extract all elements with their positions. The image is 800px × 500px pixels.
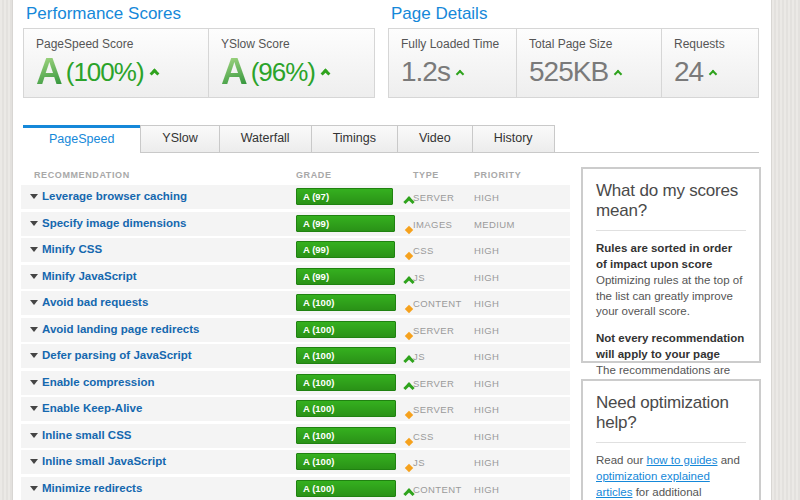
table-row: Enable Keep-AliveA (100)SERVERHIGH: [21, 397, 570, 421]
fully-loaded-time-cell: Fully Loaded Time 1.2s: [389, 29, 517, 97]
grade-bar-track: A (99): [296, 215, 396, 232]
grade-bar: A (100): [296, 400, 396, 417]
grade-label: A (100): [297, 454, 395, 470]
type-cell: JS: [413, 351, 473, 362]
grade-label: A (100): [297, 375, 395, 391]
grade-bar: A (99): [296, 241, 395, 258]
requests-label: Requests: [674, 37, 758, 51]
tab-video[interactable]: Video: [398, 125, 473, 153]
page-details-title: Page Details: [391, 4, 487, 24]
recommendation-link[interactable]: Enable compression: [42, 376, 154, 388]
pagespeed-grade: A: [36, 53, 63, 90]
grade-label: A (99): [297, 242, 394, 258]
type-cell: CONTENT: [413, 484, 473, 495]
grade-label: A (100): [297, 428, 395, 444]
table-row: Avoid bad requestsA (100)CONTENTHIGH: [21, 291, 570, 315]
grade-bar-track: A (100): [296, 321, 396, 338]
yslow-grade: A: [221, 53, 248, 90]
grade-label: A (100): [297, 295, 395, 311]
trend-up-icon: [405, 272, 413, 290]
expand-arrow-icon[interactable]: [30, 486, 38, 491]
warning-diamond-icon: [405, 298, 412, 316]
priority-cell: HIGH: [474, 192, 534, 203]
table-row: Minify JavaScriptA (99)JSHIGH: [21, 265, 570, 289]
trend-up-icon: [149, 69, 159, 79]
priority-cell: HIGH: [474, 245, 534, 256]
recommendation-link[interactable]: Minimize redirects: [42, 482, 142, 494]
yslow-score-cell: YSlow Score A (96%): [209, 29, 374, 97]
priority-cell: HIGH: [474, 404, 534, 415]
expand-arrow-icon[interactable]: [30, 194, 38, 199]
warning-diamond-icon: [405, 404, 412, 422]
table-row: Leverage browser cachingA (97)SERVERHIGH: [21, 185, 570, 209]
expand-arrow-icon[interactable]: [30, 380, 38, 385]
trend-up-icon: [405, 351, 413, 369]
priority-cell: HIGH: [474, 484, 534, 495]
recommendation-link[interactable]: Specify image dimensions: [42, 217, 186, 229]
trend-up-icon: [614, 70, 622, 78]
tab-history[interactable]: History: [473, 125, 555, 153]
recommendation-link[interactable]: Defer parsing of JavaScript: [42, 349, 192, 361]
expand-arrow-icon[interactable]: [30, 353, 38, 358]
expand-arrow-icon[interactable]: [30, 327, 38, 332]
expand-arrow-icon[interactable]: [30, 433, 38, 438]
expand-arrow-icon[interactable]: [30, 406, 38, 411]
scores-info-title: What do my scores mean?: [596, 181, 746, 231]
type-cell: SERVER: [413, 325, 473, 336]
requests-value: 24: [674, 58, 703, 86]
yslow-score-label: YSlow Score: [221, 37, 374, 51]
grade-label: A (97): [297, 189, 392, 205]
table-row: Specify image dimensionsA (99)IMAGESMEDI…: [21, 212, 570, 236]
help-text: and: [717, 454, 739, 466]
priority-cell: HIGH: [474, 272, 534, 283]
tab-pagespeed[interactable]: PageSpeed: [23, 125, 140, 153]
scores-info-bold: Rules are sorted in order of impact upon…: [596, 242, 732, 270]
grade-label: A (99): [297, 216, 394, 232]
grade-label: A (100): [297, 481, 395, 497]
recommendation-link[interactable]: Minify JavaScript: [42, 270, 137, 282]
recommendation-link[interactable]: Leverage browser caching: [42, 190, 187, 202]
expand-arrow-icon[interactable]: [30, 221, 38, 226]
warning-diamond-icon: [405, 245, 412, 263]
pagespeed-percent: (100%): [66, 59, 144, 85]
tab-yslow[interactable]: YSlow: [140, 125, 219, 153]
how-to-guides-link[interactable]: how to guides: [647, 454, 718, 466]
tab-timings[interactable]: Timings: [312, 125, 398, 153]
priority-cell: MEDIUM: [474, 219, 534, 230]
priority-cell: HIGH: [474, 457, 534, 468]
priority-cell: HIGH: [474, 351, 534, 362]
grade-bar: A (100): [296, 294, 396, 311]
optimization-help-panel: Need optimization help? Read our how to …: [581, 379, 761, 500]
table-row: Inline small CSSA (100)CSSHIGH: [21, 424, 570, 448]
grade-bar-track: A (100): [296, 400, 396, 417]
recommendation-link[interactable]: Minify CSS: [42, 243, 102, 255]
priority-cell: HIGH: [474, 325, 534, 336]
expand-arrow-icon[interactable]: [30, 247, 38, 252]
grade-bar-track: A (100): [296, 480, 396, 497]
grade-bar-track: A (100): [296, 294, 396, 311]
fully-loaded-time-label: Fully Loaded Time: [401, 37, 516, 51]
trend-up-icon: [405, 192, 413, 210]
pagespeed-score-cell: PageSpeed Score A (100%): [24, 29, 209, 97]
optimization-help-paragraph: Read our how to guides and optimization …: [596, 453, 746, 500]
expand-arrow-icon[interactable]: [30, 274, 38, 279]
table-row: Minimize redirectsA (100)CONTENTHIGH: [21, 477, 570, 500]
grade-bar: A (100): [296, 321, 396, 338]
recommendation-link[interactable]: Inline small JavaScript: [42, 455, 166, 467]
tab-waterfall[interactable]: Waterfall: [220, 125, 312, 153]
priority-cell: HIGH: [474, 431, 534, 442]
expand-arrow-icon[interactable]: [30, 300, 38, 305]
expand-arrow-icon[interactable]: [30, 459, 38, 464]
recommendation-link[interactable]: Inline small CSS: [42, 429, 131, 441]
recommendation-link[interactable]: Avoid bad requests: [42, 296, 148, 308]
priority-cell: HIGH: [474, 378, 534, 389]
total-page-size-cell: Total Page Size 525KB: [517, 29, 662, 97]
type-cell: JS: [413, 457, 473, 468]
trend-up-icon: [456, 70, 464, 78]
column-header-recommendation: RECOMMENDATION: [34, 170, 130, 180]
table-row: Avoid landing page redirectsA (100)SERVE…: [21, 318, 570, 342]
recommendation-link[interactable]: Enable Keep-Alive: [42, 402, 142, 414]
pagespeed-score-label: PageSpeed Score: [36, 37, 208, 51]
warning-diamond-icon: [405, 219, 412, 237]
recommendation-link[interactable]: Avoid landing page redirects: [42, 323, 199, 335]
